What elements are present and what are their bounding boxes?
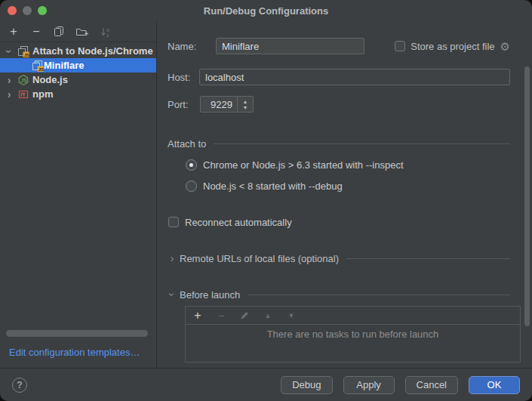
port-row: Port: ▲ ▼ [168, 96, 254, 113]
attach-node-chrome-icon: JS [17, 45, 29, 57]
chevron-down-icon[interactable]: › [4, 47, 14, 56]
port-input[interactable] [201, 97, 237, 112]
radio-option-label: Node.js < 8 started with --debug [203, 180, 343, 192]
edit-task-icon[interactable] [239, 310, 250, 321]
radio-option-label: Chrome or Node.js > 6.3 started with --i… [203, 159, 404, 171]
configuration-form: Name: Store as project file ⚙ Host: Port… [157, 21, 532, 368]
svg-text:JS: JS [24, 52, 29, 57]
tree-item-label: Miniflare [44, 60, 84, 71]
zoom-window-button[interactable] [38, 6, 47, 15]
reconnect-automatically-row[interactable]: Reconnect automatically [168, 214, 292, 230]
copy-configuration-icon[interactable] [53, 26, 65, 38]
configurations-tree: › JS Attach to Node.js/Chrome [0, 44, 156, 101]
new-folder-icon[interactable]: + [75, 26, 89, 38]
stepper-up-icon[interactable]: ▲ [243, 99, 248, 104]
footer-buttons: Debug Apply Cancel OK [281, 376, 520, 394]
ok-button[interactable]: OK [469, 376, 520, 394]
nodejs-icon: JS [17, 74, 29, 86]
tree-item-label: npm [32, 88, 53, 100]
run-debug-configurations-dialog: Run/Debug Configurations + − + [0, 0, 532, 401]
before-launch-empty-text: There are no tasks to run before launch [186, 329, 520, 340]
traffic-lights [8, 0, 47, 21]
name-label: Name: [168, 41, 216, 52]
gear-icon[interactable]: ⚙ [500, 41, 510, 52]
reconnect-automatically-label: Reconnect automatically [185, 217, 292, 228]
before-launch-title: Before launch [180, 289, 240, 301]
chevron-right-icon[interactable]: › [5, 89, 14, 100]
tree-item-attach-to-node-chrome[interactable]: › JS Attach to Node.js/Chrome [0, 44, 156, 58]
remote-urls-title: Remote URLs of local files (optional) [180, 253, 339, 264]
tree-item-label: Node.js [32, 74, 68, 85]
section-divider [346, 258, 510, 259]
chevron-down-icon[interactable]: › [167, 290, 177, 299]
dialog-body: + − + a [0, 21, 532, 368]
tree-item-miniflare[interactable]: JS Miniflare [0, 58, 156, 72]
radio-button-selected[interactable] [186, 159, 197, 171]
port-label: Port: [168, 99, 200, 110]
apply-button[interactable]: Apply [343, 376, 395, 394]
name-input[interactable] [216, 38, 364, 54]
tree-item-npm[interactable]: › npm [0, 87, 156, 101]
attach-to-section-header: Attach to [168, 135, 510, 152]
dialog-title: Run/Debug Configurations [204, 5, 328, 17]
name-row: Name: Store as project file ⚙ [168, 38, 510, 54]
svg-text:z: z [106, 32, 109, 37]
chevron-right-icon[interactable]: › [5, 75, 14, 85]
before-launch-panel: + − ▲ ▼ There are no tasks to run before… [185, 306, 521, 362]
sidebar-toolbar: + − + a [0, 21, 156, 42]
radio-option-inspect[interactable]: Chrome or Node.js > 6.3 started with --i… [186, 156, 404, 173]
remote-urls-section-header[interactable]: › Remote URLs of local files (optional) [168, 250, 510, 267]
stepper-down-icon[interactable]: ▼ [243, 105, 248, 110]
radio-option-debug[interactable]: Node.js < 8 started with --debug [186, 177, 343, 194]
store-as-project-file-label: Store as project file [411, 41, 494, 52]
help-icon[interactable]: ? [12, 378, 27, 393]
attach-run-config-icon: JS [32, 60, 44, 72]
debug-button[interactable]: Debug [281, 376, 332, 394]
host-input[interactable] [199, 69, 510, 85]
title-bar: Run/Debug Configurations [0, 0, 532, 21]
dialog-footer: ? Debug Apply Cancel OK [0, 368, 532, 401]
chevron-right-icon[interactable]: › [168, 253, 177, 264]
close-window-button[interactable] [8, 6, 17, 15]
move-task-down-icon[interactable]: ▼ [286, 310, 297, 321]
svg-text:JS: JS [38, 66, 44, 71]
radio-button-unselected[interactable] [186, 180, 197, 192]
store-as-project-file-group: Store as project file ⚙ [395, 41, 510, 52]
port-field: ▲ ▼ [200, 96, 254, 113]
before-launch-section-header[interactable]: › Before launch [168, 286, 510, 303]
vertical-scrollbar[interactable] [524, 66, 530, 326]
npm-icon [17, 88, 29, 100]
configurations-sidebar: + − + a [0, 21, 157, 368]
add-task-icon[interactable]: + [192, 310, 203, 321]
sort-alphabetically-icon[interactable]: a z [100, 26, 112, 38]
edit-configuration-templates-link[interactable]: Edit configuration templates… [9, 347, 140, 358]
cancel-button[interactable]: Cancel [405, 376, 458, 394]
before-launch-toolbar: + − ▲ ▼ [186, 307, 520, 325]
svg-text:JS: JS [21, 77, 28, 82]
horizontal-scrollbar[interactable] [6, 330, 148, 337]
host-label: Host: [168, 72, 199, 83]
section-divider [214, 143, 510, 144]
tree-item-label: Attach to Node.js/Chrome [32, 45, 153, 57]
minimize-window-button[interactable] [23, 6, 32, 15]
remove-task-icon[interactable]: − [216, 310, 226, 321]
svg-text:+: + [85, 30, 88, 37]
host-row: Host: [168, 69, 510, 85]
remove-configuration-icon[interactable]: − [30, 26, 42, 38]
attach-to-title: Attach to [168, 138, 206, 150]
port-stepper[interactable]: ▲ ▼ [237, 96, 253, 113]
store-as-project-file-checkbox[interactable] [395, 41, 405, 51]
section-divider [248, 295, 510, 295]
tree-item-nodejs[interactable]: › JS Node.js [0, 72, 156, 87]
add-configuration-icon[interactable]: + [8, 26, 20, 38]
svg-text:a: a [106, 26, 109, 32]
reconnect-automatically-checkbox[interactable] [168, 217, 179, 227]
move-task-up-icon[interactable]: ▲ [263, 310, 273, 321]
